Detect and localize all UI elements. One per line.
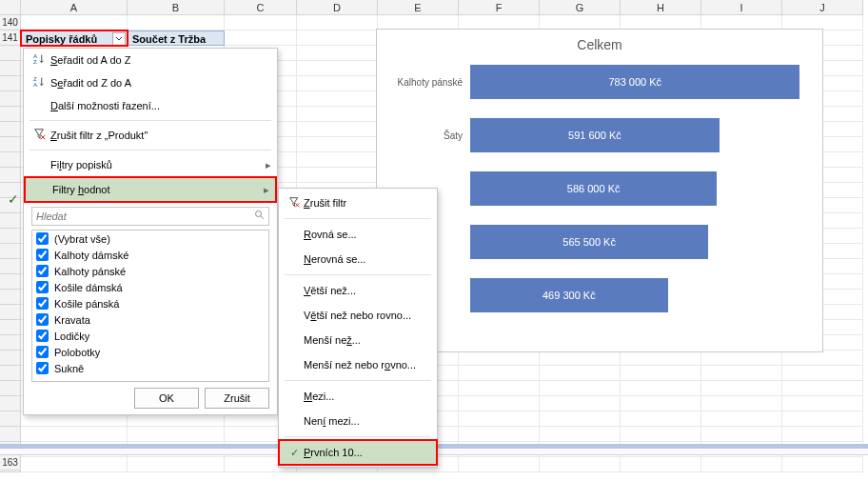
cell[interactable] bbox=[782, 396, 863, 411]
col-header-D[interactable]: D bbox=[297, 0, 378, 15]
cell[interactable] bbox=[701, 381, 782, 396]
row-header[interactable] bbox=[0, 244, 21, 259]
cell[interactable] bbox=[621, 396, 701, 411]
cell[interactable] bbox=[540, 457, 621, 472]
cell[interactable] bbox=[621, 411, 701, 427]
cell[interactable] bbox=[459, 366, 540, 381]
row-header[interactable] bbox=[0, 213, 21, 229]
submenu-not-between[interactable]: Není mezi... bbox=[279, 409, 437, 433]
cell[interactable] bbox=[21, 457, 128, 472]
cell[interactable] bbox=[540, 366, 621, 381]
cell[interactable] bbox=[621, 366, 701, 381]
cell[interactable] bbox=[701, 351, 782, 366]
col-header-G[interactable]: G bbox=[540, 0, 621, 15]
row-header[interactable] bbox=[0, 61, 21, 76]
checklist-item[interactable]: Košile dámská bbox=[32, 279, 268, 295]
submenu-lt[interactable]: Menší než... bbox=[279, 328, 437, 352]
cell[interactable] bbox=[459, 381, 540, 396]
checkbox[interactable] bbox=[36, 330, 49, 342]
cell[interactable] bbox=[540, 427, 621, 442]
row-header[interactable] bbox=[0, 427, 21, 442]
filter-search-box[interactable] bbox=[31, 207, 269, 226]
cell[interactable] bbox=[540, 351, 621, 366]
row-header[interactable] bbox=[0, 290, 21, 305]
cell[interactable] bbox=[459, 457, 540, 472]
submenu-gte[interactable]: Větší než nebo rovno... bbox=[279, 303, 437, 328]
row-header[interactable] bbox=[0, 168, 21, 183]
submenu-equals[interactable]: Rovná se... bbox=[279, 222, 437, 247]
cell[interactable] bbox=[540, 381, 621, 396]
row-header[interactable] bbox=[0, 396, 21, 411]
cell[interactable] bbox=[701, 457, 782, 472]
pivot-values-header[interactable]: Součet z Tržba bbox=[128, 30, 225, 46]
cell[interactable] bbox=[621, 457, 701, 472]
row-header[interactable] bbox=[0, 305, 21, 320]
row-header[interactable] bbox=[0, 76, 21, 91]
cell[interactable] bbox=[297, 91, 378, 107]
col-header-I[interactable]: I bbox=[701, 0, 782, 15]
cell[interactable] bbox=[459, 351, 540, 366]
value-filters-item[interactable]: Filtry hodnot ▸ bbox=[24, 176, 277, 203]
row-header[interactable] bbox=[0, 46, 21, 61]
cell[interactable] bbox=[459, 411, 540, 427]
cell[interactable] bbox=[701, 396, 782, 411]
cell[interactable] bbox=[782, 427, 863, 442]
row-header[interactable] bbox=[0, 107, 21, 122]
checklist-item[interactable]: Košile pánská bbox=[32, 295, 268, 311]
clear-filter-item[interactable]: Zrušit filtr z „Produkt" bbox=[24, 124, 277, 147]
checklist-item[interactable]: Sukně bbox=[32, 360, 268, 376]
chart-bar[interactable]: 469 300 Kč bbox=[470, 278, 668, 312]
checklist-item[interactable]: Kalhoty pánské bbox=[32, 263, 268, 279]
cell[interactable] bbox=[459, 427, 540, 442]
cell[interactable] bbox=[128, 427, 225, 442]
label-filters-item[interactable]: Filtry popisků ▸ bbox=[24, 153, 277, 176]
submenu-clear-filter[interactable]: Zrušit filtr bbox=[279, 190, 437, 215]
checkbox[interactable] bbox=[36, 362, 49, 374]
cell[interactable] bbox=[459, 396, 540, 411]
cell[interactable] bbox=[701, 427, 782, 442]
checkbox[interactable] bbox=[36, 346, 49, 358]
cell[interactable] bbox=[297, 107, 378, 122]
checklist-item[interactable]: Kalhoty dámské bbox=[32, 247, 268, 263]
checkbox[interactable] bbox=[36, 265, 49, 277]
pivot-row-labels-header[interactable]: Popisky řádků bbox=[21, 30, 128, 46]
submenu-lte[interactable]: Menší než nebo rovno... bbox=[279, 352, 437, 377]
submenu-gt[interactable]: Větší než... bbox=[279, 278, 437, 303]
checkbox[interactable] bbox=[36, 281, 49, 293]
row-header[interactable] bbox=[0, 335, 21, 351]
cell[interactable] bbox=[540, 411, 621, 427]
more-sort-item[interactable]: Další možnosti řazení... bbox=[24, 94, 277, 117]
row-header[interactable] bbox=[0, 381, 21, 396]
row-header[interactable] bbox=[0, 411, 21, 427]
col-header-F[interactable]: F bbox=[459, 0, 540, 15]
col-header-B[interactable]: B bbox=[128, 0, 225, 15]
row-header[interactable] bbox=[0, 122, 21, 137]
sort-az-item[interactable]: AZ Seřadit od A do Z bbox=[24, 49, 277, 71]
chart-container[interactable]: Celkem Kalhoty pánské783 000 KčŠaty591 6… bbox=[376, 29, 823, 352]
cell[interactable] bbox=[782, 457, 863, 472]
row-header[interactable] bbox=[0, 137, 21, 152]
submenu-top10[interactable]: Prvních 10... bbox=[279, 440, 437, 465]
cell[interactable] bbox=[297, 61, 378, 76]
row-header-140[interactable]: 140 bbox=[0, 15, 21, 30]
chart-bar[interactable]: 783 000 Kč bbox=[470, 65, 799, 99]
col-header-E[interactable]: E bbox=[378, 0, 459, 15]
row-header-163[interactable]: 163 bbox=[0, 455, 21, 471]
row-header[interactable] bbox=[0, 229, 21, 244]
col-header-H[interactable]: H bbox=[621, 0, 701, 15]
checkbox[interactable] bbox=[36, 232, 49, 245]
row-header[interactable] bbox=[0, 351, 21, 366]
submenu-not-equals[interactable]: Nerovná se... bbox=[279, 247, 437, 271]
cell[interactable] bbox=[782, 351, 863, 366]
submenu-between[interactable]: Mezi... bbox=[279, 384, 437, 409]
row-header-141[interactable]: 141 bbox=[0, 30, 21, 46]
sort-za-item[interactable]: ZA Seřadit od Z do A bbox=[24, 71, 277, 94]
corner-cell[interactable] bbox=[0, 0, 21, 15]
col-header-C[interactable]: C bbox=[225, 0, 297, 15]
search-input[interactable] bbox=[32, 210, 251, 222]
chart-bar[interactable]: 591 600 Kč bbox=[470, 118, 720, 152]
cell[interactable] bbox=[540, 396, 621, 411]
checklist-item[interactable]: Polobotky bbox=[32, 344, 268, 360]
cell[interactable] bbox=[782, 366, 863, 381]
cell[interactable] bbox=[701, 411, 782, 427]
